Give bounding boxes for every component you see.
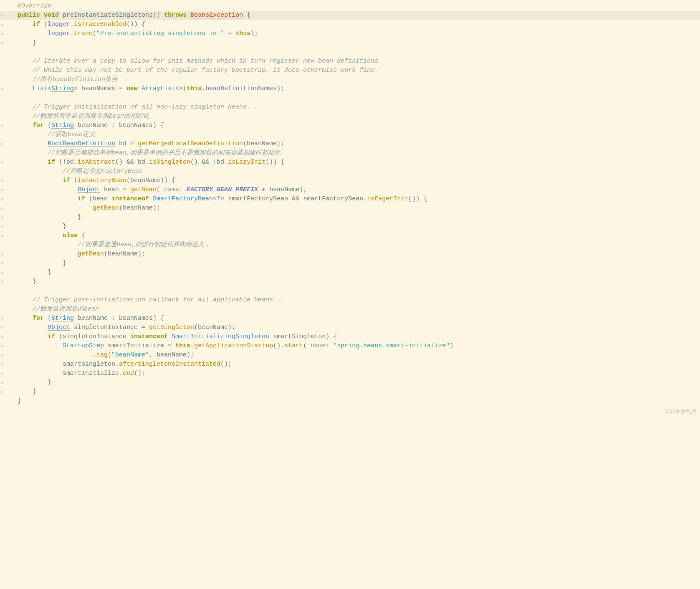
code-line: } [0,277,700,286]
code-line: StartupStep smartInitialize = this.getAp… [0,341,700,351]
code-line: smartInitialize.end(); [0,369,700,378]
gutter-dot-icon [1,327,3,329]
code-line: //获取bean定义 [0,130,700,139]
gutter-dot-icon [1,207,3,210]
gutter-dot-icon [1,15,3,17]
parameter-hint: name: [307,342,333,349]
code-line: getBean(beanName); [0,204,700,213]
gutter-dot-icon [1,217,3,219]
comment: //判断是否懒加载单例bean,如果是单例的并且不是懒加载的则在容器创建时初始化 [48,149,281,157]
code-line: if (isFactoryBean(beanName)) { [0,176,700,185]
code-line: if (!bd.isAbstract() && bd.isSingleton()… [0,158,700,167]
code-line: // While this may not be part of the reg… [0,66,700,75]
code-line [0,94,700,103]
gutter-dot-icon [1,345,3,347]
constant: FACTORY_BEAN_PREFIX [187,186,258,193]
code-line: if (bean instanceof SmartFactoryBean<?> … [0,195,700,204]
gutter-dot-icon [1,373,3,375]
code-line: getBean(beanName); [0,250,700,259]
code-line: smartSingleton.afterSingletonsInstantiat… [0,360,700,369]
comment: //获取bean定义 [48,131,95,138]
code-line: if (singletonInstance instanceof SmartIn… [0,332,700,341]
type-ref[interactable]: String [51,85,74,92]
watermark: CSDN @哼_哼 [666,407,697,416]
code-line: } [0,268,700,277]
keyword: void [44,12,59,19]
comment: // Iterate over a copy to allow for init… [33,58,382,65]
code-line: .tag("beanName", beanName); [0,351,700,360]
code-line: logger.trace("Pre-instantiating singleto… [0,29,700,38]
type-ref[interactable]: Object [48,324,70,331]
code-line: //触发所有非延迟加载单例bean的初始化 [0,112,700,121]
gutter-dot-icon [1,88,3,90]
code-line: Object bean = getBean( name: FACTORY_BEA… [0,185,700,195]
gutter-dot-icon [1,336,3,338]
comment: //如果是普通bean,则进行初始化并依赖注入， [78,241,210,248]
code-line: } [0,397,700,406]
code-line: } [0,259,700,268]
type-ref[interactable]: Object [78,186,100,193]
comment: //触发所有非延迟加载单例bean的初始化 [33,113,149,120]
gutter-dot-icon [1,235,3,237]
code-line: if (logger.isTraceEnabled()) { [0,20,700,29]
type-ref[interactable]: String [51,315,74,322]
code-line: else { [0,231,700,240]
gutter-dot-icon [1,143,3,145]
code-line: //触发延迟加载的bean [0,305,700,314]
comment: //触发延迟加载的bean [33,306,99,313]
gutter-dot-icon [1,162,3,164]
type-ref[interactable]: RootBeanDefinition [48,140,115,147]
gutter-dot-icon [1,125,3,127]
gutter-dot-icon [1,226,3,228]
code-line [0,48,700,57]
code-line: //所有beanDefinition集合 [0,75,700,84]
code-line [0,286,700,296]
code-line: } [0,387,700,397]
code-line: } [0,213,700,222]
comment: // Trigger initialization of all non-laz… [33,104,258,111]
keyword: public [18,12,40,19]
gutter-dot-icon [1,180,3,182]
code-line: } [0,38,700,48]
code-line: } [0,378,700,387]
annotation: @Override [18,3,51,10]
comment: //所有beanDefinition集合 [33,76,118,83]
gutter-dot-icon [1,198,3,200]
code-line: public void preInstantiateSingletons() t… [0,11,700,20]
code-line: Object singletonInstance = getSingleton(… [0,323,700,332]
comment: //判断是否是FactoryBean [63,168,143,175]
gutter-dot-icon [1,253,3,255]
code-line: //判断是否是FactoryBean [0,167,700,176]
type-ref[interactable]: String [51,122,74,129]
code-line: } [0,222,700,231]
method-name: preInstantiateSingletons [63,12,153,19]
comment: // While this may not be part of the reg… [33,67,378,74]
gutter-dot-icon [1,33,3,35]
gutter-dot-icon [1,189,3,191]
code-line: // Trigger initialization of all non-laz… [0,103,700,112]
gutter-dot-icon [1,281,3,283]
gutter-dot-icon [1,272,3,274]
parameter-hint: name: [160,186,187,193]
code-line: for (String beanName : beanNames) { [0,121,700,130]
gutter-dot-icon [1,391,3,393]
code-line: RootBeanDefinition bd = getMergedLocalBe… [0,139,700,149]
code-line: // Trigger post-initialization callback … [0,296,700,305]
code-line: //如果是普通bean,则进行初始化并依赖注入， [0,240,700,250]
code-line: List<String> beanNames = new ArrayList<>… [0,84,700,94]
code-line: //判断是否懒加载单例bean,如果是单例的并且不是懒加载的则在容器创建时初始化 [0,149,700,158]
gutter-dot-icon [1,364,3,366]
code-block: @Override public void preInstantiateSing… [0,0,700,418]
gutter-dot-icon [1,263,3,265]
gutter-dot-icon [1,354,3,356]
gutter-dot-icon [1,382,3,384]
code-line: @Override [0,2,700,11]
code-line: for (String beanName : beanNames) { [0,314,700,323]
keyword: throws [164,12,187,19]
gutter-dot-icon [1,42,3,44]
gutter-dot-icon [1,24,3,26]
comment: // Trigger post-initialization callback … [33,296,284,303]
code-line: // Iterate over a copy to allow for init… [0,57,700,66]
gutter-dot-icon [1,318,3,320]
type-ref[interactable]: BeansException [190,12,243,19]
